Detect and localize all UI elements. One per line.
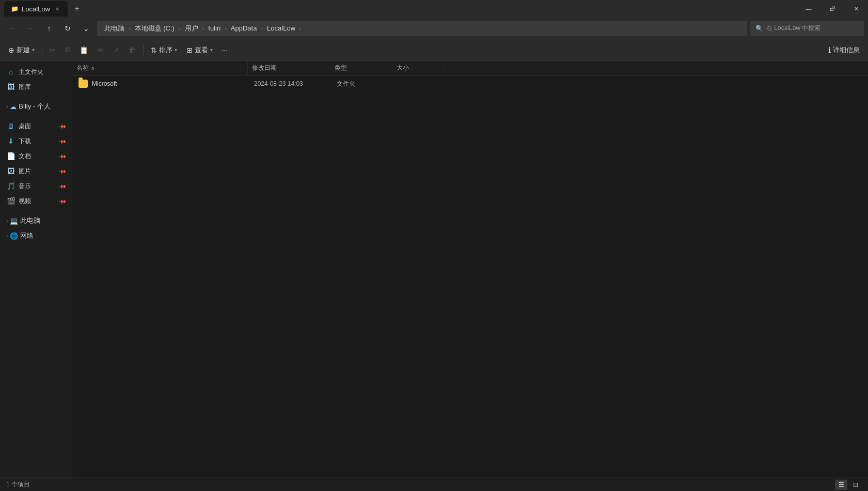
copy-icon: ⧉ <box>65 45 70 54</box>
paste-icon: 📋 <box>80 46 88 54</box>
file-type: 文件夹 <box>337 80 355 88</box>
toolbar-separator-1 <box>42 45 42 55</box>
downloads-pin-icon: 📌 <box>58 137 67 145</box>
view-icon: ⊞ <box>186 46 193 54</box>
title-bar: 📁 LocalLow ✕ + — 🗗 ✕ <box>0 0 868 18</box>
list-view-button[interactable]: ☰ <box>835 480 847 490</box>
sidebar-network-label: 网络 <box>20 231 34 240</box>
active-tab[interactable]: 📁 LocalLow ✕ <box>4 1 68 17</box>
sidebar-item-desktop[interactable]: 🖥 桌面 📌 <box>2 119 70 133</box>
view-label: 查看 <box>195 45 208 55</box>
toolbar: ⊕ 新建 ▾ ✂ ⧉ 📋 ✏ ↗ 🗑 ⇅ 排序 ▾ ⊞ 查看 ▾ ··· ℹ 详… <box>0 39 868 61</box>
col-header-size[interactable]: 大小 <box>392 61 444 75</box>
folder-icon <box>78 80 88 88</box>
window-controls: — 🗗 ✕ <box>797 0 868 18</box>
new-tab-button[interactable]: + <box>70 2 84 16</box>
toolbar-right: ℹ 详细信息 <box>824 42 864 58</box>
copy-button[interactable]: ⧉ <box>61 42 74 58</box>
close-button[interactable]: ✕ <box>844 0 868 18</box>
videos-icon: 🎬 <box>6 197 15 205</box>
pc-chevron: › <box>6 218 8 224</box>
paste-button[interactable]: 📋 <box>75 42 92 58</box>
sidebar-spacer-3 <box>0 209 72 213</box>
downloads-icon: ⬇ <box>6 137 15 145</box>
breadcrumb-bar[interactable]: 此电脑 › 本地磁盘 (C:) › 用户 › fulin › AppData ›… <box>97 21 747 36</box>
sidebar-network-group[interactable]: › 🌐 网络 <box>2 228 70 243</box>
sort-label: 排序 <box>159 45 172 55</box>
title-bar-left: 📁 LocalLow ✕ + <box>0 1 84 17</box>
network-chevron: › <box>6 233 8 239</box>
file-name-cell: Microsoft <box>74 75 250 92</box>
sidebar-item-videos[interactable]: 🎬 视频 📌 <box>2 194 70 208</box>
sort-button[interactable]: ⇅ 排序 ▾ <box>147 42 181 58</box>
more-icon: ··· <box>222 46 228 54</box>
sidebar-spacer-1 <box>0 95 72 99</box>
breadcrumb-localow[interactable]: LocalLow <box>265 23 297 33</box>
file-size-cell <box>394 75 446 92</box>
delete-icon: 🗑 <box>129 46 136 54</box>
refresh-button[interactable]: ↻ <box>60 21 75 36</box>
desktop-icon: 🖥 <box>6 122 15 130</box>
desktop-pin-icon: 📌 <box>58 122 67 130</box>
breadcrumb-users[interactable]: 用户 <box>183 23 200 34</box>
pc-icon: 💻 <box>10 217 18 225</box>
expand-path-button[interactable]: ⌄ <box>78 21 94 36</box>
sidebar-billy-label: Billy - 个人 <box>19 102 50 111</box>
sort-dropdown-icon: ▾ <box>175 47 177 53</box>
home-icon: ⌂ <box>6 68 15 76</box>
back-button[interactable]: ← <box>4 21 20 36</box>
sidebar-gallery-label: 图库 <box>19 83 31 91</box>
search-icon: 🔍 <box>755 25 763 32</box>
sidebar-pictures-label: 图片 <box>19 167 31 176</box>
view-dropdown-icon: ▾ <box>210 47 213 53</box>
music-pin-icon: 📌 <box>58 182 67 190</box>
cut-button[interactable]: ✂ <box>45 42 60 58</box>
sidebar-item-downloads[interactable]: ⬇ 下载 📌 <box>2 134 70 148</box>
tab-close-button[interactable]: ✕ <box>53 5 61 13</box>
rename-button[interactable]: ✏ <box>93 42 108 58</box>
table-row[interactable]: Microsoft 2024-08-23 14:03 文件夹 <box>74 75 866 92</box>
breadcrumb-pc[interactable]: 此电脑 <box>102 23 127 34</box>
sort-arrow-name: ∧ <box>91 65 94 71</box>
col-header-name[interactable]: 名称 ∧ <box>72 61 248 75</box>
breadcrumb-user[interactable]: fulin <box>206 23 223 33</box>
sidebar-item-home[interactable]: ⌂ 主文件夹 <box>2 65 70 79</box>
sidebar-item-music[interactable]: 🎵 音乐 📌 <box>2 179 70 193</box>
sidebar-home-label: 主文件夹 <box>19 68 43 76</box>
sidebar-docs-label: 文档 <box>19 152 31 161</box>
col-header-date[interactable]: 修改日期 <box>248 61 330 75</box>
breadcrumb-drive[interactable]: 本地磁盘 (C:) <box>133 23 177 34</box>
sidebar-item-gallery[interactable]: 🖼 图库 <box>2 80 70 94</box>
up-button[interactable]: ↑ <box>41 21 57 36</box>
gallery-icon: 🖼 <box>6 83 15 91</box>
network-icon: 🌐 <box>10 232 18 240</box>
file-area: 名称 ∧ 修改日期 类型 大小 Microsoft 2024-08-23 14:… <box>72 61 868 478</box>
restore-button[interactable]: 🗗 <box>820 0 844 18</box>
breadcrumb-appdata[interactable]: AppData <box>229 23 259 33</box>
sidebar-billy-group[interactable]: › ☁ Billy - 个人 <box>2 99 70 114</box>
col-header-type[interactable]: 类型 <box>330 61 392 75</box>
view-button[interactable]: ⊞ 查看 ▾ <box>182 42 217 58</box>
file-date-cell: 2024-08-23 14:03 <box>250 75 333 92</box>
billy-icon: ☁ <box>10 103 17 111</box>
detail-icon: ℹ <box>828 46 831 54</box>
new-button[interactable]: ⊕ 新建 ▾ <box>4 42 39 58</box>
pictures-icon: 🖼 <box>6 167 15 175</box>
sidebar-videos-label: 视频 <box>19 197 31 206</box>
file-name: Microsoft <box>92 80 117 87</box>
search-bar[interactable]: 🔍 在 LocalLow 中搜索 <box>750 21 864 36</box>
billy-chevron: › <box>6 104 8 110</box>
delete-button[interactable]: 🗑 <box>124 42 140 58</box>
new-dropdown-icon: ▾ <box>32 47 35 53</box>
detail-view-button[interactable]: ⊟ <box>849 480 862 490</box>
detail-info-button[interactable]: ℹ 详细信息 <box>824 42 864 58</box>
minimize-button[interactable]: — <box>797 0 820 18</box>
docs-pin-icon: 📌 <box>58 152 67 160</box>
more-button[interactable]: ··· <box>218 42 232 58</box>
sidebar-item-docs[interactable]: 📄 文档 📌 <box>2 149 70 163</box>
share-button[interactable]: ↗ <box>109 42 123 58</box>
sidebar-pc-group[interactable]: › 💻 此电脑 <box>2 213 70 228</box>
main-area: ⌂ 主文件夹 🖼 图库 › ☁ Billy - 个人 🖥 桌面 📌 ⬇ 下载 📌… <box>0 61 868 478</box>
forward-button[interactable]: → <box>23 21 38 36</box>
sidebar-item-pictures[interactable]: 🖼 图片 📌 <box>2 164 70 178</box>
